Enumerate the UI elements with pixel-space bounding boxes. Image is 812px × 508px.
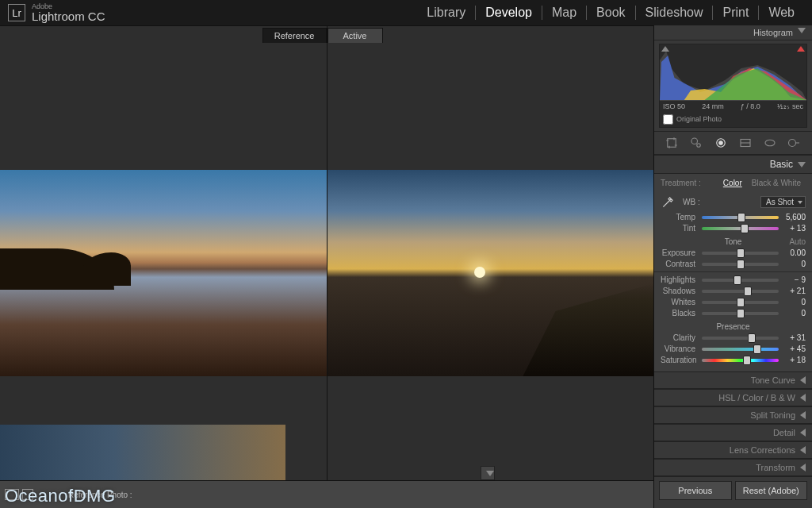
chevron-left-icon xyxy=(800,376,806,384)
slider-knob[interactable] xyxy=(737,248,745,258)
histogram-panel: ISO 50 24 mm ƒ / 8.0 ¹⁄₁₂₅ sec Original … xyxy=(659,44,807,128)
title-bar: Lr Adobe Lightroom CC Library Develop Ma… xyxy=(0,0,812,25)
slider-knob[interactable] xyxy=(733,275,741,285)
highlights-slider[interactable]: Highlights− 9 xyxy=(661,275,806,284)
blacks-slider[interactable]: Blacks0 xyxy=(661,309,806,318)
module-web[interactable]: Web xyxy=(759,6,804,20)
svg-point-9 xyxy=(719,141,723,145)
brush-tool-icon[interactable] xyxy=(785,135,804,151)
module-library[interactable]: Library xyxy=(417,6,476,20)
eyedropper-icon[interactable] xyxy=(661,194,676,210)
basic-panel-header[interactable]: Basic xyxy=(654,155,812,174)
develop-right-panel: Histogram ISO 50 24 mm ƒ / 8.0 ¹⁄₁₂₅ se xyxy=(653,25,812,508)
tone-curve-header[interactable]: Tone Curve xyxy=(654,371,812,389)
shadow-clip-icon[interactable] xyxy=(661,46,669,52)
previous-button[interactable]: Previous xyxy=(659,481,732,500)
chevron-left-icon xyxy=(800,446,806,454)
filmstrip-preview-overlay xyxy=(0,425,285,480)
svg-point-12 xyxy=(789,140,796,147)
reference-image[interactable] xyxy=(0,170,327,376)
vibrance-slider[interactable]: Vibrance+ 45 xyxy=(661,344,806,353)
reset-button[interactable]: Reset (Adobe) xyxy=(735,481,808,500)
module-print[interactable]: Print xyxy=(713,6,759,20)
meta-iso: ISO 50 xyxy=(663,102,685,110)
image-compare-area: Reference Active Reference Photo : Ocean… xyxy=(0,25,653,508)
chevron-down-icon xyxy=(798,28,806,33)
svg-rect-5 xyxy=(667,139,676,148)
svg-point-11 xyxy=(765,140,775,146)
treatment-label: Treatment : xyxy=(661,179,701,187)
split-toning-header[interactable]: Split Toning xyxy=(654,406,812,424)
slider-knob[interactable] xyxy=(753,344,761,354)
saturation-slider[interactable]: Saturation+ 18 xyxy=(661,356,806,364)
wb-preset-select[interactable]: As Shot xyxy=(760,196,806,208)
exposure-slider[interactable]: Exposure0.00 xyxy=(661,248,806,257)
tint-slider[interactable]: Tint+ 13 xyxy=(661,224,806,233)
active-pane: Active xyxy=(327,26,654,508)
slider-knob[interactable] xyxy=(743,356,751,365)
lens-corrections-header[interactable]: Lens Corrections xyxy=(654,441,812,459)
meta-shutter: ¹⁄₁₂₅ sec xyxy=(777,102,803,110)
module-develop[interactable]: Develop xyxy=(476,6,542,20)
slider-knob[interactable] xyxy=(737,260,745,269)
temp-slider[interactable]: Temp5,600 xyxy=(661,213,806,221)
chevron-down-icon xyxy=(798,162,806,167)
slider-knob[interactable] xyxy=(741,224,749,233)
chevron-left-icon xyxy=(800,464,806,471)
transform-header[interactable]: Transform xyxy=(654,459,812,476)
gradient-tool-icon[interactable] xyxy=(736,135,755,151)
auto-tone-button[interactable]: Auto xyxy=(789,237,806,246)
slider-knob[interactable] xyxy=(744,287,752,296)
treatment-row: Treatment : Color Black & White xyxy=(661,177,806,189)
meta-aperture: ƒ / 8.0 xyxy=(741,102,760,110)
redeye-tool-icon[interactable] xyxy=(711,135,730,151)
reference-tab[interactable]: Reference xyxy=(262,28,327,43)
active-image[interactable] xyxy=(327,170,654,376)
bottom-buttons: Previous Reset (Adobe) xyxy=(654,476,812,504)
watermark-text: OceanofDMG xyxy=(5,486,116,506)
original-photo-checkbox[interactable] xyxy=(663,114,673,125)
basic-panel-body: Treatment : Color Black & White WB : As … xyxy=(654,174,812,371)
slider-knob[interactable] xyxy=(737,298,745,307)
wb-label: WB : xyxy=(683,198,700,206)
treatment-color[interactable]: Color xyxy=(718,177,747,189)
basic-title: Basic xyxy=(770,159,793,170)
histogram-label: Histogram xyxy=(753,28,793,37)
footer-dropdown[interactable] xyxy=(481,466,495,480)
spot-tool-icon[interactable] xyxy=(687,135,706,151)
product-label: Adobe Lightroom CC xyxy=(32,3,105,22)
tone-group-header: ToneAuto xyxy=(661,237,806,246)
shadows-slider[interactable]: Shadows+ 21 xyxy=(661,287,806,295)
module-book[interactable]: Book xyxy=(587,6,635,20)
treatment-bw[interactable]: Black & White xyxy=(747,177,806,189)
svg-point-7 xyxy=(696,144,700,148)
slider-knob[interactable] xyxy=(748,333,756,343)
slider-knob[interactable] xyxy=(737,309,745,318)
detail-header[interactable]: Detail xyxy=(654,424,812,441)
crop-tool-icon[interactable] xyxy=(662,135,681,151)
presence-group-header: Presence xyxy=(661,322,806,331)
module-map[interactable]: Map xyxy=(542,6,587,20)
slider-knob[interactable] xyxy=(737,213,745,222)
radial-tool-icon[interactable] xyxy=(760,135,779,151)
chevron-left-icon xyxy=(800,429,806,437)
histogram-chart[interactable] xyxy=(660,44,806,100)
whites-slider[interactable]: Whites0 xyxy=(661,298,806,306)
app-logo: Lr xyxy=(8,4,25,21)
contrast-slider[interactable]: Contrast0 xyxy=(661,260,806,268)
white-balance-row: WB : As Shot xyxy=(661,194,806,210)
module-slideshow[interactable]: Slideshow xyxy=(636,6,714,20)
hsl-header[interactable]: HSL / Color / B & W xyxy=(654,389,812,406)
workspace: Reference Active Reference Photo : Ocean… xyxy=(0,25,812,508)
histogram-header[interactable]: Histogram xyxy=(654,25,812,40)
meta-focal: 24 mm xyxy=(702,102,724,110)
chevron-left-icon xyxy=(800,394,806,402)
histogram-meta: ISO 50 24 mm ƒ / 8.0 ¹⁄₁₂₅ sec xyxy=(660,100,806,112)
clarity-slider[interactable]: Clarity+ 31 xyxy=(661,333,806,342)
active-tab[interactable]: Active xyxy=(327,28,383,43)
highlight-clip-icon[interactable] xyxy=(797,46,805,52)
brand-name: Lightroom CC xyxy=(32,10,105,22)
module-switcher: Library Develop Map Book Slideshow Print… xyxy=(417,6,804,20)
tool-strip xyxy=(654,131,812,155)
original-photo-toggle[interactable]: Original Photo xyxy=(660,112,806,127)
